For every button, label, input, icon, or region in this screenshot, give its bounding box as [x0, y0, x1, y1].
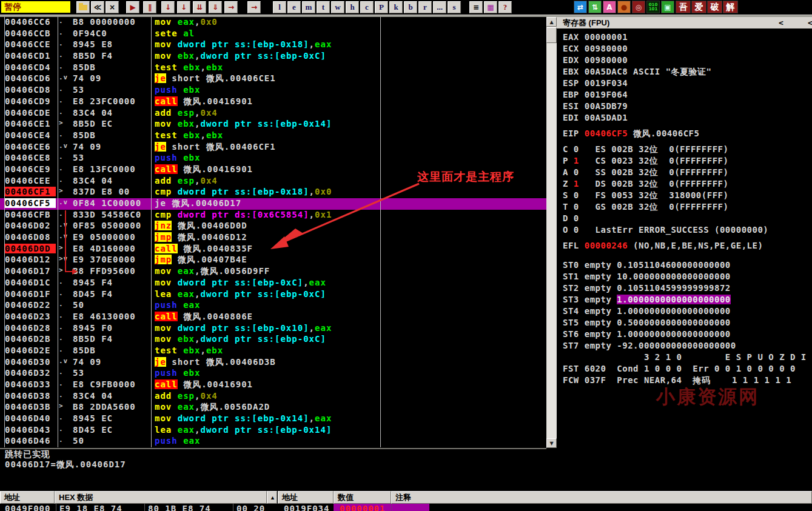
disasm-row[interactable]: 00406D1F.8D45 F4lea eax,dword ptr ss:[eb… [0, 289, 546, 301]
disasm-row[interactable]: 00406CFB.833D 54586C0cmp dword ptr ds:[0… [0, 210, 546, 221]
disasm-row[interactable]: 00406D08.vE9 05000000jmp 微风.00406D12 [0, 232, 546, 244]
black-square-button[interactable] [739, 1, 752, 13]
registers-header[interactable]: 寄存器 (FPU) [557, 17, 812, 28]
dump-data-row[interactable]: 0049F000 E9 18 E8 74 80 1B E8 74 00 20 0… [0, 504, 812, 511]
disasm-row[interactable]: 00406CCB.0F94C0sete al [0, 28, 546, 40]
disasm-row[interactable]: 00406D23.E8 46130000call 微风.0040806E [0, 312, 546, 323]
disasm-row[interactable]: 00406CD1.8B5D F4mov ebx,dword ptr ss:[eb… [0, 51, 546, 62]
instruction-address[interactable]: 00406CDE [5, 108, 56, 118]
disasm-row[interactable]: 00406CD8.53push ebx [0, 85, 546, 96]
disasm-row[interactable]: 00406CCE.8945 E8mov dword ptr ss:[ebp-0x… [0, 39, 546, 51]
swap-arrows-icon[interactable]: ⇄ [574, 1, 587, 13]
collapse-chevron-icon[interactable]: < [808, 18, 812, 27]
disasm-row[interactable]: 00406D43.8D45 EClea eax,dword ptr ss:[eb… [0, 425, 546, 436]
disassembly-pane[interactable]: 00406CC6.B8 00000000mov eax,0x000406CCB.… [0, 17, 546, 448]
instruction-address[interactable]: 00406CF5 [5, 198, 56, 208]
restart-button[interactable]: ≪ [91, 1, 104, 13]
run-button[interactable]: ▶ [126, 1, 139, 13]
registers-pane[interactable]: EAX 00000001ECX 00980000EDX 00980000EBX … [557, 28, 812, 488]
window-icon[interactable]: ▣ [661, 1, 674, 13]
binary-icon[interactable]: 010101 [646, 1, 660, 13]
pojie-char-button-1[interactable]: 爱 [691, 1, 706, 13]
pojie-char-button-0[interactable]: 吾 [676, 1, 691, 13]
stack-header-address[interactable]: 地址 [278, 491, 334, 504]
instruction-address[interactable]: 00406CF1 [5, 187, 56, 196]
pojie-char-button-2[interactable]: 破 [707, 1, 722, 13]
instruction-address[interactable]: 00406D12 [5, 255, 56, 264]
instruction-address[interactable]: 00406D40 [5, 413, 56, 423]
disasm-row[interactable]: 00406D12>vE9 370E0000jmp 微风.00407B4E [0, 255, 546, 266]
letter-button-k[interactable]: k [389, 1, 403, 13]
disasm-row[interactable]: 00406D38.83C4 04add esp,0x4 [0, 391, 546, 402]
scroll-up-icon[interactable]: ▲ [546, 17, 557, 27]
instruction-address[interactable]: 00406CEE [5, 176, 56, 185]
disasm-row[interactable]: 00406D30.v74 09je short 微风.00406D3B [0, 357, 546, 369]
letter-button-t[interactable]: t [317, 1, 330, 13]
scroll-down-icon[interactable]: ▼ [546, 438, 557, 448]
instruction-address[interactable]: 00406D0D [5, 244, 56, 253]
instruction-address[interactable]: 00406CD6 [5, 73, 56, 83]
letter-button-l[interactable]: l [273, 1, 286, 13]
disasm-row[interactable]: 00406D17>B8 FFD95600mov eax,微风.0056D9FF [0, 266, 546, 278]
instruction-address[interactable]: 00406D08 [5, 232, 56, 242]
instruction-address[interactable]: 00406D2B [5, 334, 56, 344]
windows-list-button[interactable]: ≡ [469, 1, 483, 13]
instruction-address[interactable]: 00406CCE [5, 39, 56, 49]
disasm-row[interactable]: 00406D0D>E8 4D160000call 微风.0040835F [0, 244, 546, 255]
close-button[interactable]: × [106, 1, 119, 13]
disasm-row[interactable]: 00406D33.E8 C9FB0000call 微风.00416901 [0, 379, 546, 391]
disasm-row[interactable]: 00406CF5.v0F84 1C00000je 微风.00406D17 [0, 198, 546, 210]
instruction-address[interactable]: 00406D28 [5, 323, 56, 333]
letter-button-c[interactable]: c [360, 1, 374, 13]
disasm-row[interactable]: 00406D40.8945 ECmov dword ptr ss:[ebp-0x… [0, 413, 546, 425]
instruction-address[interactable]: 00406D30 [5, 357, 56, 367]
letter-button-m[interactable]: m [302, 1, 315, 13]
disasm-row[interactable]: 00406CD4.85DBtest ebx,ebx [0, 62, 546, 74]
instruction-address[interactable]: 00406D43 [5, 425, 56, 435]
disasm-scrollbar[interactable] [546, 17, 557, 448]
disasm-row[interactable]: 00406D02.v0F85 0500000jnz 微风.00406D0D [0, 221, 546, 232]
help-button[interactable]: ? [498, 1, 512, 13]
disasm-row[interactable]: 00406D46.50push eax [0, 436, 546, 447]
instruction-address[interactable]: 00406CD4 [5, 62, 56, 72]
instruction-address[interactable]: 00406CC6 [5, 17, 56, 27]
instruction-address[interactable]: 00406D22 [5, 300, 56, 310]
disasm-row[interactable]: 00406D2E.85DBtest ebx,ebx [0, 346, 546, 357]
disasm-row[interactable]: 00406D2B.8B5D F4mov ebx,dword ptr ss:[eb… [0, 334, 546, 346]
exec-till-return-button[interactable]: → [224, 1, 238, 13]
assemble-a-icon[interactable]: A [603, 1, 616, 13]
disasm-row[interactable]: 00406D22.50push eax [0, 300, 546, 312]
target-icon[interactable]: ◎ [632, 1, 645, 13]
animate-into-button[interactable]: ⇊ [193, 1, 206, 13]
instruction-address[interactable]: 00406D38 [5, 391, 56, 401]
stack-header-comment[interactable]: 注释 [391, 491, 812, 504]
dump-header-address[interactable]: 地址 [0, 491, 55, 504]
disasm-row[interactable]: 00406D32.53push ebx [0, 368, 546, 379]
plugin-button[interactable]: ▦ [484, 1, 497, 13]
up-down-icon[interactable]: ⇅ [588, 1, 602, 13]
instruction-address[interactable]: 00406D23 [5, 312, 56, 321]
instruction-address[interactable]: 00406D17 [5, 266, 56, 276]
instruction-address[interactable]: 00406CFB [5, 210, 56, 219]
pause-button[interactable]: ∥ [143, 1, 156, 13]
instruction-address[interactable]: 00406CE4 [5, 130, 56, 140]
dump-scroll-up-icon[interactable]: ▲ [267, 491, 277, 504]
instruction-address[interactable]: 00406CE1 [5, 119, 56, 129]
disasm-row[interactable]: 00406CE4.85DBtest ebx,ebx [0, 130, 546, 142]
disasm-row[interactable]: 00406D28.8945 F0mov dword ptr ss:[ebp-0x… [0, 323, 546, 335]
animate-over-button[interactable]: ⇓ [209, 1, 222, 13]
instruction-address[interactable]: 00406CD1 [5, 51, 56, 61]
dot-icon[interactable]: ● [617, 1, 631, 13]
instruction-address[interactable]: 00406CD9 [5, 96, 56, 106]
step-over-button[interactable]: ↓ [177, 1, 190, 13]
disasm-row[interactable]: 00406D3B>B8 2DDA5600mov eax,微风.0056DA2D [0, 402, 546, 413]
disasm-row[interactable]: 00406CF1>837D E8 00cmp dword ptr ss:[ebp… [0, 187, 546, 198]
instruction-address[interactable]: 00406D02 [5, 221, 56, 230]
scrollbar-thumb[interactable] [546, 27, 557, 43]
stack-header-value[interactable]: 数值 [334, 491, 391, 504]
letter-button-P[interactable]: P [375, 1, 388, 13]
letter-button-s[interactable]: s [448, 1, 461, 13]
collapse-chevron-icon[interactable]: < [779, 18, 783, 27]
open-file-button[interactable] [76, 1, 90, 13]
instruction-address[interactable]: 00406D33 [5, 379, 56, 389]
